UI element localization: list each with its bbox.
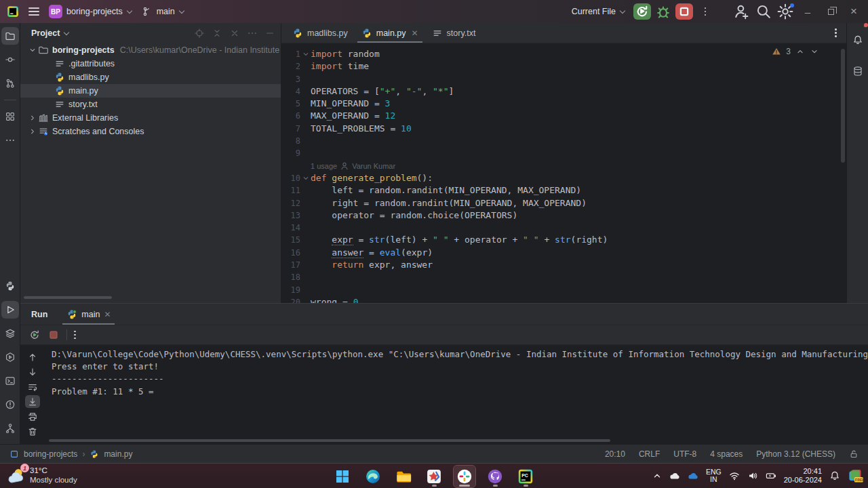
chevron-right-icon[interactable]: [27, 127, 38, 136]
taskbar-file-explorer-icon[interactable]: [393, 466, 414, 487]
tab-madlibs-py[interactable]: madlibs.py: [285, 23, 355, 43]
taskbar-edge-browser-icon[interactable]: [362, 466, 384, 487]
tool-stripe-profiler-icon[interactable]: [1, 348, 19, 366]
tree-item-scratches-and-consoles[interactable]: Scratches and Consoles: [20, 125, 281, 138]
tray-expand-icon[interactable]: [652, 471, 662, 481]
tool-stripe-structure-icon[interactable]: [1, 108, 19, 125]
console-output[interactable]: D:\Varun\College\Code\Python\Udemy\CHESS…: [45, 345, 868, 438]
editor-vscrollbar[interactable]: [841, 49, 845, 163]
tree-item-story-txt[interactable]: story.txt: [20, 98, 281, 111]
prev-problem-icon[interactable]: [795, 47, 805, 56]
status-item[interactable]: Python 3.12 (CHESS): [756, 449, 835, 459]
minimize-button[interactable]: –: [797, 2, 818, 21]
tool-stripe-database-icon[interactable]: [849, 62, 867, 80]
fold-chevron-icon[interactable]: [300, 48, 311, 60]
inspections-widget[interactable]: 3: [772, 47, 819, 56]
main-menu-icon[interactable]: [28, 7, 39, 16]
tree-item-main-py[interactable]: main.py: [20, 84, 281, 98]
taskbar-windows-start-icon[interactable]: [332, 466, 353, 487]
arrow-up-icon[interactable]: [25, 350, 40, 363]
language-switcher[interactable]: ENGIN: [706, 468, 722, 483]
settings-gear-icon[interactable]: [776, 3, 795, 20]
search-everywhere-icon[interactable]: [754, 3, 773, 20]
lock-open-icon[interactable]: [849, 449, 859, 459]
run-tab-main[interactable]: main ✕: [62, 304, 115, 325]
status-item[interactable]: 20:10: [605, 449, 625, 459]
taskbar-slack-icon[interactable]: [454, 466, 475, 487]
status-item[interactable]: UTF-8: [673, 449, 696, 459]
arrow-down-icon[interactable]: [25, 365, 40, 378]
tool-stripe-version-control-icon[interactable]: [1, 420, 19, 437]
project-panel-title[interactable]: Project: [31, 28, 60, 38]
onedrive-icon[interactable]: [688, 470, 698, 481]
run-panel-title[interactable]: Run: [31, 310, 47, 319]
volume-icon[interactable]: [747, 470, 758, 481]
weather-widget[interactable]: 1 31°C Mostly cloudy: [5, 466, 77, 485]
more-actions-icon[interactable]: [696, 3, 715, 20]
close-x-icon[interactable]: [229, 28, 240, 39]
run-config-selector[interactable]: Current File: [572, 7, 625, 16]
chevron-right-icon[interactable]: [27, 113, 38, 123]
collapse-all-icon[interactable]: [212, 28, 222, 39]
breadcrumb-file[interactable]: main.py: [104, 449, 132, 459]
stop-button[interactable]: [675, 3, 693, 20]
notifications-tray-icon[interactable]: [829, 470, 840, 481]
tool-stripe-more-dots-icon[interactable]: [1, 131, 19, 149]
console-hscrollbar[interactable]: [20, 438, 868, 444]
close-button[interactable]: ×: [844, 2, 864, 21]
wifi-icon[interactable]: [729, 470, 740, 481]
tool-stripe-pull-requests-icon[interactable]: [1, 75, 19, 92]
status-item[interactable]: CRLF: [639, 449, 660, 459]
taskbar-pycharm-app-icon[interactable]: PC: [515, 466, 536, 487]
author-icon: [340, 161, 349, 171]
project-switcher[interactable]: BP boring-projects: [49, 5, 132, 18]
close-tab-icon[interactable]: ✕: [412, 28, 418, 38]
status-item[interactable]: 4 spaces: [710, 449, 743, 459]
breadcrumb-project[interactable]: boring-projects: [24, 449, 77, 459]
tool-stripe-run-icon[interactable]: [1, 301, 19, 319]
stop-process-icon[interactable]: [47, 329, 60, 341]
fold-chevron-icon[interactable]: [300, 172, 311, 184]
tab-story-txt[interactable]: story.txt: [425, 23, 483, 43]
taskbar-star-app-icon[interactable]: [423, 466, 445, 487]
tree-item-boring-projects[interactable]: boring-projectsC:\Users\kumar\OneDrive -…: [20, 43, 281, 57]
tool-stripe-problems-icon[interactable]: [1, 396, 19, 413]
free-app-icon[interactable]: FREE: [848, 468, 864, 484]
tab-options-icon[interactable]: [835, 28, 837, 37]
next-problem-icon[interactable]: [810, 47, 819, 56]
chevron-down-icon[interactable]: [27, 45, 38, 55]
code-with-me-icon[interactable]: [732, 3, 751, 20]
scroll-to-end-icon[interactable]: [25, 395, 40, 408]
tool-stripe-project-folder-icon[interactable]: [1, 27, 19, 45]
code-text: [311, 271, 846, 283]
tool-stripe-python-packages-icon[interactable]: [1, 277, 19, 295]
soft-wrap-icon[interactable]: [25, 380, 40, 393]
trash-icon[interactable]: [25, 425, 40, 438]
tool-stripe-terminal-icon[interactable]: [1, 372, 19, 390]
project-hscrollbar[interactable]: [24, 296, 112, 299]
printer-icon[interactable]: [25, 410, 40, 423]
battery-icon[interactable]: [766, 470, 776, 481]
rerun-icon[interactable]: [28, 329, 41, 341]
code-editor[interactable]: 1import random2import time34OPERATORS = …: [281, 43, 846, 303]
hide-icon[interactable]: [264, 28, 275, 39]
run-options-icon[interactable]: [74, 331, 76, 340]
more-dots-icon[interactable]: [247, 28, 258, 39]
locate-icon[interactable]: [194, 28, 205, 39]
restore-button[interactable]: [821, 2, 841, 21]
clock-widget[interactable]: 20:41 20-06-2024: [784, 467, 822, 485]
taskbar-github-desktop-icon[interactable]: [484, 466, 506, 487]
onedrive-personal-icon[interactable]: [669, 470, 680, 481]
close-tab-icon[interactable]: ✕: [104, 310, 111, 319]
tree-item-external-libraries[interactable]: External Libraries: [20, 111, 281, 125]
tab-main-py[interactable]: main.py✕: [355, 23, 425, 43]
run-button[interactable]: [633, 3, 651, 20]
tool-stripe-commit-icon[interactable]: [1, 51, 19, 68]
tree-item-madlibs-py[interactable]: madlibs.py: [20, 70, 281, 84]
tool-stripe-services-icon[interactable]: [1, 325, 19, 342]
tree-item--gitattributes[interactable]: .gitattributes: [20, 57, 281, 70]
debug-button[interactable]: [654, 3, 673, 20]
tool-stripe-notifications-icon[interactable]: [849, 31, 867, 49]
branch-switcher[interactable]: main: [142, 6, 184, 17]
inlay-hint[interactable]: 1 usageVarun Kumar: [281, 160, 846, 172]
